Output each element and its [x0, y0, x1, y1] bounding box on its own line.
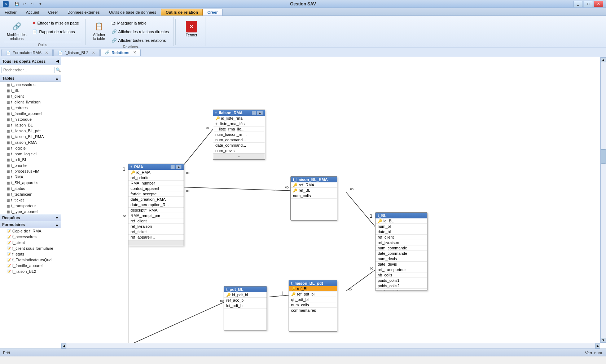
sidebar-item-t-ticket[interactable]: ▦t_ticket [0, 197, 61, 203]
modifier-relations-button[interactable]: 🔗 Modifier desrelations [4, 19, 29, 42]
svg-text:1: 1 [370, 213, 373, 219]
scroll-right[interactable]: ▶ [595, 343, 600, 349]
sidebar-item-t-client-livraison[interactable]: ▦t_client_livraison [0, 99, 61, 105]
qa-undo[interactable]: ↩ [21, 1, 28, 7]
fermer-button[interactable]: ✕ Fermer [183, 19, 200, 39]
f-liaison-bl2-close[interactable]: ✕ [92, 51, 95, 55]
masquer-table-button[interactable]: 🗂 Masquer la table [110, 19, 171, 27]
sidebar-item-t-famille-appareil[interactable]: ▦t_famille_appareil [0, 111, 61, 116]
section-header-tables[interactable]: Tables ▲ [0, 75, 61, 82]
sidebar-item-t-technicien[interactable]: ▦t_technicien [0, 191, 61, 197]
scroll-up[interactable]: ▲ [601, 57, 606, 62]
scroll-rma-btn[interactable]: ▲ [176, 165, 181, 169]
qa-redo[interactable]: ↪ [29, 1, 36, 7]
sidebar-item-t-processusfim[interactable]: ▦t_processusFIM [0, 168, 61, 174]
close-button[interactable]: ✕ [594, 1, 603, 7]
sidebar-item-t-liaison-bl[interactable]: ▦t_liaison_BL [0, 122, 61, 128]
sidebar-item-f-client[interactable]: 📝f_client [0, 240, 61, 245]
afficher-table-button[interactable]: 📋 Afficherla table [90, 19, 108, 42]
sidebar-item-t-sn-appareils[interactable]: ▦t_SN_appareils [0, 180, 61, 186]
ribbon: Fichier Accueil Créer Données externes O… [0, 8, 606, 48]
separator-2 [175, 19, 176, 45]
formulaire-rma-icon: 📄 [6, 51, 10, 55]
minimize-button[interactable]: _ [574, 1, 583, 7]
sidebar-item-f-client-sf[interactable]: 📝f_client sous-formulaire [0, 245, 61, 251]
nav-tabs: 📄 Formulaire RMA ✕ 📄 f_liaison_BL2 ✕ 🔗 R… [0, 48, 606, 57]
key-icon: 🔑 [291, 287, 295, 291]
scroll-thumb[interactable] [601, 149, 606, 164]
sidebar-item-t-entrees[interactable]: ▦t_entrees [0, 105, 61, 111]
qa-save[interactable]: 💾 [13, 1, 20, 7]
t-liaison-bl-pdt-header: t_liaison_BL_pdt [289, 280, 337, 286]
table-icon: ▦ [6, 181, 10, 185]
tab-outils-bdd[interactable]: Outils de base de données [104, 9, 161, 15]
tab-donnees-externes[interactable]: Données externes [63, 9, 104, 15]
nav-tab-relations[interactable]: 🔗 Relations ✕ [100, 49, 141, 56]
sidebar-item-t-liaison-rma[interactable]: ▦t_liaison_RMA [0, 139, 61, 145]
rapport-relations-button[interactable]: 📄 Rapport de relations [30, 28, 80, 35]
sidebar-item-t-historique[interactable]: ▦t_historique [0, 116, 61, 122]
horizontal-scrollbar[interactable]: ◀ ▶ [61, 343, 600, 349]
t-liaison-rma-title: t_liaison_RMA [215, 111, 243, 115]
svg-text:∞: ∞ [348, 286, 352, 292]
sidebar-item-t-status[interactable]: ▦t_status [0, 186, 61, 191]
section-header-formulaires[interactable]: Formulaires ▲ [0, 221, 61, 228]
pdt-bl-spacer [224, 308, 267, 330]
search-input[interactable] [1, 67, 55, 73]
collapse-btn[interactable]: − [252, 111, 256, 115]
tab-outils-relation[interactable]: Outils de relation [161, 9, 203, 15]
tab-creer-sub[interactable]: Créer [203, 9, 223, 15]
collapse-rma-btn[interactable]: − [171, 165, 175, 169]
nav-tab-formulaire-rma[interactable]: 📄 Formulaire RMA ✕ [1, 49, 53, 56]
title-bar-controls: _ □ ✕ [574, 1, 603, 7]
sidebar-item-t-client[interactable]: ▦t_client [0, 93, 61, 99]
sidebar-item-t-transporteur[interactable]: ▦t_transporteur [0, 203, 61, 209]
sidebar-item-copie-frma[interactable]: 📝Copie de f_RMA [0, 228, 61, 234]
sidebar-item-t-logiciel[interactable]: ▦t_logiciel [0, 145, 61, 151]
sidebar-item-f-etats[interactable]: 📝f_etats [0, 251, 61, 257]
field-date-creation-rma: date_creation_RMA [128, 197, 184, 202]
scroll-down[interactable]: ▼ [601, 338, 606, 343]
search-icon: 🔍 [56, 67, 61, 72]
sidebar-item-t-liaison-bl-rma[interactable]: ▦t_liaison_BL_RMA [0, 134, 61, 139]
sidebar-item-t-liaison-bl-pdt[interactable]: ▦t_liaison_BL_pdt [0, 128, 61, 134]
qa-dropdown[interactable]: ▼ [37, 1, 44, 7]
tab-creer[interactable]: Créer [43, 9, 63, 15]
formulaire-rma-close[interactable]: ✕ [45, 51, 48, 55]
svg-text:∞: ∞ [285, 184, 289, 190]
sidebar-item-t-type-appareil[interactable]: ▦t_type_appareil [0, 209, 61, 214]
requetes-section-label: Requêtes [2, 216, 20, 220]
scroll-left[interactable]: ◀ [61, 343, 66, 349]
sidebar-item-f-accessoires[interactable]: 📝f_accessoires [0, 234, 61, 240]
main-content: Tous les objets Access ◀ 🔍 Tables ▲ ▦t_a… [0, 57, 606, 349]
sidebar-item-t-pdt-bl[interactable]: ▦t_pdt_BL [0, 157, 61, 163]
sidebar-collapse-btn[interactable]: ◀ [56, 59, 59, 63]
rma-scrollbar[interactable] [128, 240, 184, 246]
sidebar-item-t-bl[interactable]: ▦t_BL [0, 88, 61, 93]
sidebar-item-t-rma[interactable]: ▦t_RMA [0, 174, 61, 180]
canvas-area: ∞ 1 ∞ ∞ ∞ ∞ ∞ 1 1 ∞ ∞ ∞ 1 t_liaison_RMA … [61, 57, 606, 349]
sidebar-item-f-etats-indicateurs[interactable]: 📝f_EtatsIndicateursQual [0, 257, 61, 263]
sidebar-item-f-liaison-bl2[interactable]: 📝f_liaison_BL2 [0, 268, 61, 274]
sidebar-item-f-famille-appareil[interactable]: 📝f_famille_appareil [0, 263, 61, 268]
title-bar-left: A 💾 ↩ ↪ ▼ [3, 1, 44, 7]
sidebar-item-t-nom-logiciel[interactable]: ▦t_nom_logiciel [0, 151, 61, 157]
scroll-up-btn[interactable]: ▲ [257, 111, 263, 115]
effacer-mise-en-page-button[interactable]: ✕ Effacer la mise en page [30, 19, 80, 27]
relations-close[interactable]: ✕ [133, 50, 136, 54]
nav-tab-f-liaison-bl2[interactable]: 📄 f_liaison_BL2 ✕ [53, 49, 100, 56]
sidebar-item-t-accessoires[interactable]: ▦t_accessoires [0, 82, 61, 88]
tab-fichier[interactable]: Fichier [0, 9, 21, 15]
vertical-scrollbar[interactable]: ▲ ▼ [600, 57, 606, 343]
afficher-relations-directes-button[interactable]: 🔗 Afficher les relations directes [110, 28, 171, 35]
tab-accueil[interactable]: Accueil [21, 9, 43, 15]
section-header-requetes[interactable]: Requêtes ▼ [0, 214, 61, 221]
rapport-icon: 📄 [32, 29, 38, 34]
toutes-relations-label: Afficher toutes les relations [118, 38, 166, 43]
scroll-track-2 [601, 164, 606, 338]
sidebar-item-t-priorite[interactable]: ▦t_priorite [0, 163, 61, 168]
afficher-toutes-relations-button[interactable]: 🔗 Afficher toutes les relations [110, 37, 171, 44]
restore-button[interactable]: □ [584, 1, 593, 7]
table-scrollbar[interactable]: ▼ [213, 154, 265, 159]
table-t-rma: t_RMA − ▲ 🔑id_RMA ref_priorite RMA_numbe… [128, 164, 184, 246]
